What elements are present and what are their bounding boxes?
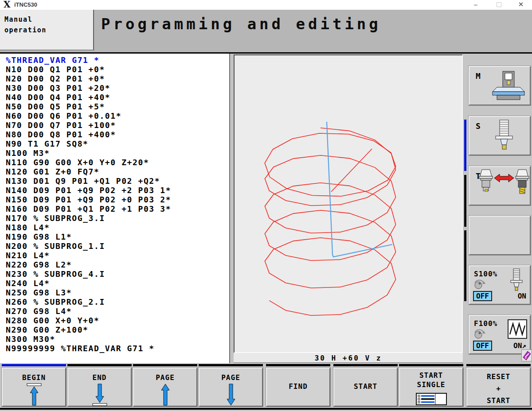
begin-button[interactable]: BEGIN [2, 368, 66, 407]
page-down-label: PAGE [200, 373, 262, 382]
softkey-row-indicator [464, 175, 466, 227]
softkey-tool-change[interactable]: T [469, 166, 531, 206]
program-line[interactable]: N250 G98 L3* [6, 288, 229, 297]
softkey-empty[interactable] [469, 216, 531, 255]
feed-override-on-label: ON↗ [513, 341, 526, 350]
page-title: Programming and editing [101, 15, 381, 33]
program-line[interactable]: N140 D09 P01 +Q9 P02 +2 P03 1* [6, 186, 229, 195]
feed-rate-icon [508, 319, 527, 339]
program-line[interactable]: N100 M3* [6, 148, 229, 158]
find-label: FIND [267, 382, 329, 391]
end-button[interactable]: END [67, 368, 132, 407]
program-line[interactable]: N150 D09 P01 +Q9 P02 +0 P03 2* [6, 195, 229, 204]
program-line[interactable]: N230 % SUBPROG_4.I [6, 269, 229, 279]
start-single-label: START SINGLE [400, 371, 462, 389]
arrow-down-icon [222, 383, 240, 406]
program-line[interactable]: N50 D00 Q5 P01 +5* [6, 102, 229, 111]
spindle-override-off-badge: OFF [473, 291, 492, 301]
maximize-button[interactable] [491, 0, 506, 10]
softkey-column: M S T [463, 54, 532, 363]
help-manual-button[interactable] [521, 349, 532, 361]
spindle-override-label: S100% [474, 270, 497, 278]
program-line[interactable]: N70 D00 Q7 P01 +100* [6, 120, 229, 130]
softkey-select-indicator [466, 364, 531, 366]
softkey-feed-override[interactable]: F100% OFF ON↗ [469, 315, 531, 354]
program-line[interactable]: %THREAD_VAR G71 * [6, 55, 229, 65]
program-line[interactable]: N60 D00 Q6 P01 +0.01* [6, 111, 229, 120]
mode-line1: Manual [4, 14, 93, 25]
override-knob-icon [473, 279, 486, 290]
program-listing[interactable]: %THREAD_VAR G71 *N10 D00 Q1 P01 +0*N20 D… [0, 54, 230, 363]
end-label: END [68, 373, 131, 382]
program-line[interactable]: N90 T1 G17 SQ8* [6, 139, 229, 148]
program-line[interactable]: N10 D00 Q1 P01 +0* [6, 65, 229, 74]
machine-mode-panel[interactable]: Manual operation [0, 10, 94, 50]
program-line[interactable]: N270 G98 L4* [6, 306, 229, 316]
softkey-select-indicator-active [2, 364, 66, 366]
program-line[interactable]: N99999999 %THREAD_VAR G71 * [6, 344, 229, 353]
program-line[interactable]: N110 G90 G00 X+0 Y+0 Z+20* [6, 158, 229, 167]
softkey-select-indicator [266, 364, 330, 366]
single-block-icon [416, 393, 447, 405]
program-line[interactable]: N220 G98 L2* [6, 260, 229, 269]
close-button[interactable]: ✕ [513, 0, 528, 10]
program-line[interactable]: N120 G01 Z+0 FQ7* [6, 167, 229, 176]
graphics-view-status: 30 H +60 V z [234, 353, 463, 363]
heidenhain-logo-icon: X [4, 0, 11, 10]
softkey-row-indicator [464, 230, 466, 301]
tool-change-icon [478, 169, 530, 204]
arrow-up-icon [156, 383, 174, 406]
softkey-spindle-override[interactable]: S100% OFF ON [469, 265, 531, 305]
bottom-divider [0, 408, 532, 410]
spindle-icon [491, 119, 517, 153]
program-line[interactable]: N40 D00 Q4 P01 +40* [6, 93, 229, 102]
reset-start-button[interactable]: RESET + START [466, 368, 531, 407]
arrow-down-to-bottom-icon [91, 383, 109, 406]
manual-book-icon [522, 350, 532, 361]
override-knob-icon [473, 328, 486, 340]
program-line[interactable]: N20 D00 Q2 P01 +0* [6, 74, 229, 83]
graphics-panel [234, 54, 463, 353]
softkey-machine[interactable]: M [469, 66, 531, 105]
mode-line2: operation [4, 25, 93, 35]
reset-start-label: RESET + START [467, 371, 530, 407]
find-button[interactable]: FIND [266, 368, 330, 407]
program-line[interactable]: N210 L4* [6, 251, 229, 260]
begin-label: BEGIN [3, 373, 65, 382]
arrow-up-to-top-icon [25, 383, 43, 406]
page-down-button[interactable]: PAGE [199, 368, 263, 407]
softkey-select-indicator [399, 364, 463, 366]
minimize-button[interactable]: – [468, 0, 483, 10]
program-line[interactable]: N190 G98 L1* [6, 232, 229, 241]
program-line[interactable]: N300 M30* [6, 334, 229, 344]
program-line[interactable]: N290 G00 Z+100* [6, 325, 229, 334]
program-line[interactable]: N180 L4* [6, 223, 229, 232]
program-line[interactable]: N160 D09 P01 +Q1 P02 +1 P03 3* [6, 204, 229, 213]
start-single-button[interactable]: START SINGLE [399, 368, 463, 407]
header: Manual operation Programming and editing [0, 10, 532, 52]
start-button[interactable]: START [333, 368, 398, 407]
program-line[interactable]: N80 D00 Q8 P01 +400* [6, 130, 229, 139]
titlebar: X iTNC530 – ✕ [0, 0, 532, 10]
spindle-override-on-label: ON [518, 292, 526, 300]
spindle-mini-icon [507, 268, 526, 293]
softkey-machine-label: M [476, 71, 481, 81]
softkey-select-indicator [133, 364, 197, 366]
program-line[interactable]: N170 % SUBPROG_3.I [6, 213, 229, 223]
maximize-icon [497, 2, 501, 7]
toolpath-graphic [235, 55, 462, 352]
machine-icon [489, 70, 526, 102]
feed-override-label: F100% [474, 319, 497, 328]
softkey-select-indicator [67, 364, 132, 366]
softkey-select-indicator [333, 364, 398, 366]
program-line[interactable]: N130 D01 Q9 P01 +Q1 P02 +Q2* [6, 176, 229, 186]
program-line[interactable]: N280 G00 X+0 Y+0* [6, 316, 229, 325]
program-line[interactable]: N30 D00 Q3 P01 +20* [6, 83, 229, 93]
softkey-select-indicator [199, 364, 263, 366]
softkey-spindle[interactable]: S [469, 116, 531, 155]
program-line[interactable]: N200 % SUBPROG_1.I [6, 241, 229, 251]
program-line[interactable]: N240 L4* [6, 279, 229, 288]
app-title: iTNC530 [14, 1, 37, 8]
page-up-button[interactable]: PAGE [133, 368, 197, 407]
program-line[interactable]: N260 % SUBPROG_2.I [6, 297, 229, 306]
